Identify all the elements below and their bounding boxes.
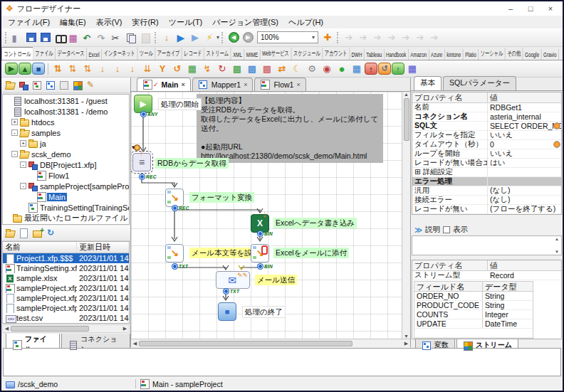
zoom-select[interactable]: 100% ▾ [257, 31, 318, 43]
field-row[interactable]: COUNTS Integer [414, 310, 533, 319]
expand-description-icon[interactable]: ≫ [414, 226, 422, 234]
tree-expander[interactable]: + [11, 119, 18, 125]
parallel-flow-icon[interactable]: ▩ [260, 62, 274, 75]
run-start-icon[interactable]: ↓ [160, 31, 174, 45]
category-tab[interactable]: DWH [350, 49, 365, 60]
property-value[interactable]: asteria_internal [490, 112, 541, 121]
category-tab[interactable]: ツール [137, 48, 155, 60]
tree-expander[interactable]: - [11, 151, 18, 157]
property-value[interactable]: いいえ [490, 130, 513, 139]
menu-item[interactable]: 表示(V) [91, 16, 127, 28]
throw-error-icon[interactable]: ↑ [365, 63, 377, 75]
category-tab[interactable]: Amazon [409, 49, 429, 60]
scroll-down-icon[interactable]: ▼ [402, 334, 410, 339]
end-response-icon[interactable]: ▦ [405, 62, 419, 75]
property-value[interactable]: RDBGet1 [490, 103, 522, 112]
property-value[interactable]: SELECT ORDER_NO, P... [490, 122, 561, 130]
assign-var-icon[interactable]: ↓ [110, 62, 125, 75]
new-server-icon[interactable]: ▮ [10, 31, 24, 45]
menu-item[interactable]: 実行(R) [127, 16, 163, 28]
branch-icon[interactable]: ⇅ [51, 62, 65, 75]
mapper-table-icon[interactable]: ▦ [350, 62, 364, 75]
file-row[interactable]: Project1.xfp.$$$ 2023/11/01 14:1... [3, 253, 129, 263]
show-description-checkbox[interactable] [443, 226, 450, 233]
step-over-icon[interactable]: ➔ [385, 31, 399, 45]
save-icon[interactable] [24, 31, 38, 45]
minimize-button[interactable]: – [506, 4, 516, 13]
tree-item[interactable]: - samples [3, 127, 129, 138]
stop-debug-icon[interactable]: ➔ [427, 31, 442, 45]
filter-icon[interactable]: ↓ [125, 62, 140, 75]
branch-string-icon[interactable]: ⇅ [66, 62, 80, 75]
port-dot[interactable] [140, 174, 145, 179]
step-out-icon[interactable]: ➔ [370, 31, 385, 45]
scroll-thumb[interactable] [139, 341, 352, 346]
cut-icon[interactable]: ✂ [110, 31, 124, 45]
tree-item-label[interactable]: scsk_demo [30, 150, 73, 159]
forward-button[interactable]: ▶ [241, 31, 255, 45]
column-header-name[interactable]: 名前 [3, 242, 77, 253]
stop-flow-icon[interactable]: ■ [32, 63, 45, 75]
paste-icon[interactable] [138, 31, 152, 45]
gate-icon[interactable]: ⇊ [140, 62, 155, 75]
tree-expander[interactable]: - [11, 129, 18, 136]
tree-item-label[interactable]: ja [38, 139, 48, 148]
file-row[interactable]: TrainingSetting.xfp 2023/11/01 14:2... [3, 263, 129, 273]
tree-item-label[interactable]: TrainingSetting[TrainingSetting.xfp] [38, 203, 130, 212]
category-tab[interactable]: Webサービス [260, 48, 291, 60]
property-value[interactable]: (なし) [490, 195, 511, 203]
toolbar-grip[interactable] [337, 32, 340, 43]
breakpoint-badge[interactable]: ▾ [132, 144, 140, 151]
tree-item-label[interactable]: 最近開いたローカルファイル [23, 213, 129, 223]
editor-tab[interactable]: Mapper1 × [192, 78, 254, 91]
mail-body-node[interactable]: ↘ [165, 244, 184, 263]
merge-icon[interactable]: Y [155, 62, 169, 75]
scroll-down-icon[interactable]: ▼ [553, 250, 560, 254]
run-icon[interactable]: ▶ [174, 31, 188, 45]
tree-item-label[interactable]: samples [30, 129, 62, 137]
tree-item[interactable]: TrainingSetting[TrainingSetting.xfp] [3, 202, 129, 213]
category-tab[interactable]: ストリーム [204, 48, 231, 60]
component-palette-icon[interactable] [73, 80, 83, 90]
tree-item-label[interactable]: localhost:31381 - /guest [23, 97, 109, 105]
editor-tab[interactable]: Flow1 × [254, 78, 306, 91]
add-folder-icon[interactable] [32, 228, 43, 238]
pause-icon[interactable]: ➔ [399, 31, 413, 45]
category-tab[interactable]: その他 [506, 48, 523, 60]
tree-item[interactable]: Main [3, 191, 129, 202]
menu-item[interactable]: ヘルプ(H) [283, 16, 328, 28]
file-row[interactable]: test.csv 2023/11/01 14:0... [3, 313, 129, 323]
separator[interactable] [46, 62, 50, 75]
new-file-icon[interactable] [19, 228, 29, 238]
start-node[interactable]: ▶ [134, 95, 152, 113]
category-tab[interactable]: MIME [244, 49, 260, 60]
category-tab[interactable]: レコード [182, 48, 204, 60]
canvas-vscrollbar[interactable]: ▲ ▼ [402, 92, 410, 339]
field-row[interactable] [414, 329, 533, 338]
tree-item[interactable]: localhost:31381 - /guest [3, 95, 129, 106]
refresh-icon[interactable] [46, 228, 56, 238]
run-options-chevron-icon[interactable]: ▾ [216, 34, 219, 41]
property-value[interactable]: はい [490, 158, 506, 166]
output-panel[interactable] [3, 348, 561, 376]
category-tab[interactable]: データベース [56, 48, 87, 60]
new-project-icon[interactable] [19, 80, 29, 90]
pin-disk-icon[interactable]: ◉ [320, 62, 334, 75]
category-tab[interactable]: Handbook [384, 49, 408, 60]
field-row[interactable]: PRODUCT_CODE String [414, 301, 533, 310]
scroll-thumb[interactable] [404, 98, 409, 141]
port-dot[interactable] [141, 112, 146, 117]
node-label[interactable]: メール送信 [255, 275, 297, 285]
step-run-icon[interactable]: ➔ [342, 31, 356, 45]
scroll-up-icon[interactable]: ▲ [402, 92, 410, 97]
tree-item[interactable]: Flow1 [3, 170, 129, 181]
tree-item[interactable]: - sampleProject[sampleProject.xfp] [3, 181, 129, 191]
file-row[interactable]: sampleProject.xfp 2023/11/01 14:1... [3, 283, 129, 293]
category-tab[interactable]: Gravio [541, 49, 558, 60]
property-value[interactable]: いいえ [490, 149, 513, 157]
category-tab[interactable]: kintone [445, 49, 464, 60]
inspector-tab[interactable]: 基本 [414, 76, 442, 90]
scroll-left-icon[interactable]: ◀ [3, 326, 11, 332]
category-tab[interactable]: アカウント [323, 48, 350, 60]
debug-run-icon[interactable]: ▶ [188, 31, 202, 45]
